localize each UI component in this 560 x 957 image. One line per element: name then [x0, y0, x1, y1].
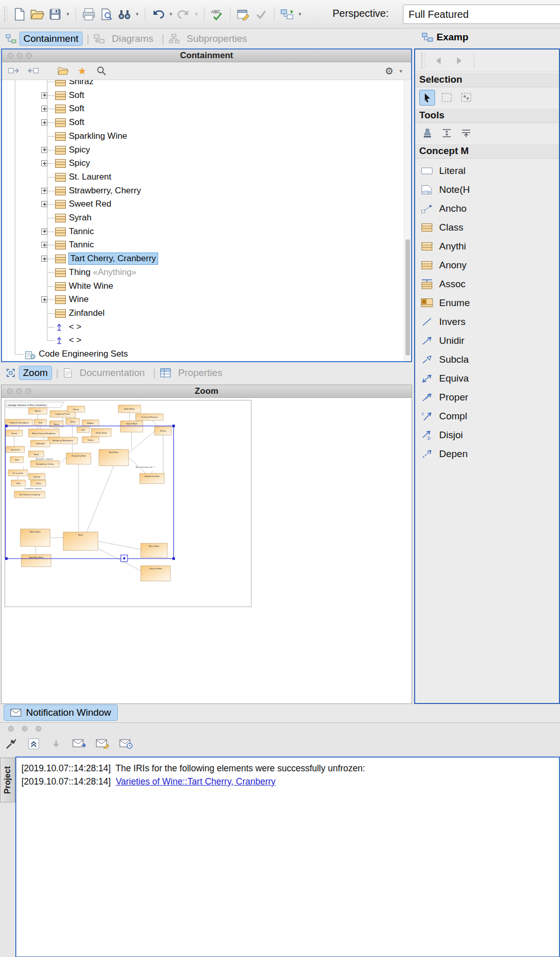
palette-item-ancho[interactable]: Ancho: [415, 199, 559, 218]
perspective-select[interactable]: Full Featured: [403, 5, 560, 24]
scrollbar-thumb[interactable]: [405, 239, 410, 356]
forward-notification-button[interactable]: [71, 737, 87, 751]
diagram-thumbnail[interactable]: package Varieties of Wine [ Example ]Mer…: [5, 400, 251, 607]
palette-item-note-h[interactable]: HTMLNote(H: [415, 180, 559, 199]
selection-section-header[interactable]: Selection: [415, 72, 559, 87]
tree-item[interactable]: Code Engineering Sets: [2, 347, 395, 361]
tree-item[interactable]: Sparkling Wine: [2, 130, 395, 143]
open-element-button[interactable]: [56, 64, 69, 78]
expand-all-button[interactable]: [27, 737, 41, 751]
tree-item[interactable]: White Wine: [2, 280, 395, 293]
settings-button[interactable]: ⚙: [383, 65, 396, 78]
related-diagrams-button[interactable]: [279, 6, 295, 22]
tree-item[interactable]: Sweet Red: [2, 197, 395, 211]
palette-item-anythi[interactable]: Anythi: [415, 237, 559, 256]
palette-item-depen[interactable]: Depen: [415, 444, 559, 463]
open-project-button[interactable]: [29, 6, 45, 22]
palette-item-proper[interactable]: Proper: [415, 388, 559, 407]
tree-item[interactable]: Syrah: [2, 211, 395, 225]
tree-item[interactable]: Zinfandel: [2, 307, 395, 320]
palette-item-enume[interactable]: EEnume: [415, 293, 559, 312]
swimlane-tool-button[interactable]: [458, 125, 474, 141]
palette-item-literal[interactable]: Literal: [415, 161, 559, 180]
tools-section-header[interactable]: Tools: [415, 108, 559, 123]
edit-notification-button[interactable]: [95, 737, 110, 751]
containment-titlebar[interactable]: Containment: [2, 49, 411, 62]
validate-button[interactable]: [253, 6, 269, 22]
tab-zoom[interactable]: Zoom: [3, 365, 54, 381]
redo-menu-caret[interactable]: ▾: [193, 11, 199, 17]
tree-expander-icon[interactable]: [41, 188, 47, 194]
palette-item-subcla[interactable]: Subcla: [415, 350, 559, 369]
palette-item-class[interactable]: Class: [415, 218, 559, 237]
tree-expander-icon[interactable]: [41, 296, 47, 303]
tree-expander-icon[interactable]: [41, 160, 47, 166]
tree-expander-icon[interactable]: [41, 147, 47, 153]
palette-item-anony[interactable]: Anony: [415, 256, 559, 274]
tree-scrollbar[interactable]: [404, 80, 411, 361]
tree-item[interactable]: Soft: [2, 102, 395, 116]
scheduled-notification-button[interactable]: [118, 737, 134, 751]
settings-menu-caret[interactable]: ▾: [398, 68, 404, 74]
tree-item[interactable]: Spicy: [2, 143, 395, 157]
log-link[interactable]: Varieties of Wine::Tart Cherry, Cranberr…: [116, 776, 275, 787]
concept-modeling-section-header[interactable]: Concept M: [415, 143, 559, 159]
tree-expander-icon[interactable]: [41, 242, 47, 248]
palette-item-equiva[interactable]: Equiva: [415, 369, 559, 388]
distribute-tool-button[interactable]: [439, 125, 454, 141]
tab-subproperties[interactable]: Subproperties: [166, 31, 253, 46]
save-button[interactable]: [47, 6, 63, 22]
palette-item-invers[interactable]: Invers: [415, 312, 559, 331]
forward-button[interactable]: [451, 54, 466, 68]
undo-menu-caret[interactable]: ▾: [168, 11, 174, 17]
tree-item[interactable]: Thing «Anything»: [2, 266, 395, 280]
tree-expander-icon[interactable]: [41, 256, 47, 262]
favorites-button[interactable]: ★: [75, 64, 89, 78]
link-active-diagram-button[interactable]: [7, 64, 20, 78]
tree-item[interactable]: Soft: [2, 116, 395, 130]
marquee-select-button[interactable]: [439, 90, 454, 106]
tree-item[interactable]: Tannic: [2, 238, 395, 252]
tab-containment[interactable]: Containment: [3, 31, 85, 46]
tree-expander-icon[interactable]: [41, 229, 47, 235]
tab-example-diagram[interactable]: Examp: [419, 31, 471, 44]
tree-item[interactable]: Strawberry, Cherry: [2, 184, 395, 198]
tree-item[interactable]: Tart Cherry, Cranberry: [2, 252, 395, 266]
tree-item[interactable]: Wine: [2, 293, 395, 307]
back-button[interactable]: [432, 54, 446, 68]
toolbar-grip[interactable]: [421, 53, 425, 68]
find-menu-caret[interactable]: ▾: [134, 11, 140, 17]
find-button[interactable]: [116, 6, 133, 22]
tree-item[interactable]: Tannic: [2, 225, 395, 239]
edit-window-button[interactable]: [235, 6, 251, 22]
tab-diagrams[interactable]: Diagrams: [91, 31, 159, 46]
log-output[interactable]: [2019.10.07::14:28:14] The IRIs for the …: [15, 757, 560, 957]
new-project-button[interactable]: [11, 6, 28, 22]
tree-item[interactable]: Shiraz: [2, 80, 395, 89]
redo-button[interactable]: [175, 6, 192, 22]
notification-window-button[interactable]: Notification Window: [4, 705, 117, 720]
spell-check-button[interactable]: ABC: [209, 6, 225, 22]
diagram-menu-caret[interactable]: ▾: [297, 11, 303, 17]
project-side-tab[interactable]: Project: [0, 758, 15, 802]
tree-item[interactable]: Soft: [2, 89, 395, 103]
pointer-tool-button[interactable]: [419, 90, 435, 106]
lasso-select-button[interactable]: [458, 90, 474, 106]
tree-item[interactable]: < >: [2, 320, 395, 334]
save-menu-caret[interactable]: ▾: [65, 11, 71, 17]
undo-button[interactable]: [150, 6, 166, 22]
select-in-tree-button[interactable]: [27, 64, 40, 78]
log-settings-button[interactable]: [4, 737, 18, 751]
tree-item[interactable]: < >: [2, 334, 395, 347]
tree-item[interactable]: St. Laurent: [2, 170, 395, 184]
palette-item-compl[interactable]: cCompl: [415, 407, 559, 425]
toolbar-grip[interactable]: [4, 7, 8, 22]
palette-item-unidir[interactable]: Unidir: [415, 331, 559, 350]
stamper-tool-button[interactable]: [419, 125, 435, 141]
print-preview-button[interactable]: [98, 6, 115, 22]
tab-properties[interactable]: Properties: [158, 365, 228, 381]
tree-item[interactable]: Spicy: [2, 157, 395, 170]
tree-expander-icon[interactable]: [41, 119, 47, 125]
tree-expander-icon[interactable]: [41, 201, 47, 207]
print-button[interactable]: [81, 6, 97, 22]
